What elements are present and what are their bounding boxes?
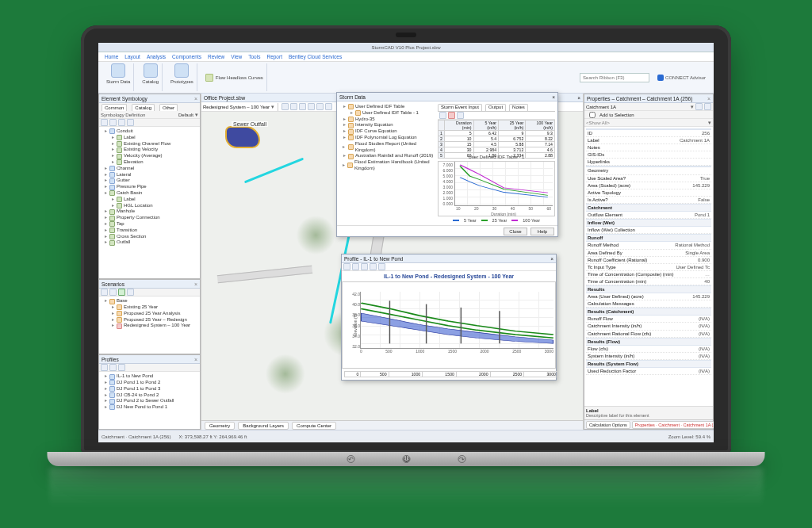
tree-item[interactable]: ▸Redesigned System – 100 Year xyxy=(101,323,198,329)
property-group[interactable]: Runoff xyxy=(586,234,711,242)
toolbar-icon[interactable] xyxy=(352,263,359,270)
tab-components[interactable]: Components xyxy=(172,54,201,59)
toolbar-icon[interactable] xyxy=(127,119,134,126)
property-row[interactable]: Used Reduction Factor(N/A) xyxy=(586,368,711,375)
property-row[interactable]: LabelCatchment 1A xyxy=(586,137,711,144)
tree-item[interactable]: ▸Label xyxy=(101,197,198,203)
property-grid[interactable]: ID256LabelCatchment 1ANotesGIS-IDsHyperl… xyxy=(584,127,713,406)
tree-item[interactable]: ▸Transition xyxy=(101,228,198,234)
close-button[interactable]: Close xyxy=(504,228,527,235)
close-icon[interactable]: × xyxy=(194,96,197,101)
prev-icon[interactable] xyxy=(695,103,703,110)
toolbar-icon[interactable] xyxy=(127,289,134,296)
tree-item[interactable]: ▸Intensity Equation xyxy=(339,122,435,128)
storm-tree[interactable]: ▸User Defined IDF Table ▸User Defined ID… xyxy=(339,104,435,151)
dialog-profile[interactable]: Profile - IL-1 to New Pond × IL-1 to New… xyxy=(341,254,557,381)
prop-tab-props[interactable]: Properties · Catchment · Catchment 1A (2… xyxy=(632,421,714,429)
show-all-dropdown[interactable]: <Show All> xyxy=(586,121,610,125)
property-row[interactable]: Catchment Intensity (in/h)(N/A) xyxy=(586,323,711,330)
sym-tab-catalog[interactable]: Catalog xyxy=(132,104,155,111)
tree-item[interactable]: ▸Flood Estimation Handbook (United Kingd… xyxy=(339,159,435,172)
property-row[interactable]: Notes xyxy=(586,144,711,151)
tab-home[interactable]: Home xyxy=(105,54,118,59)
storm-tab-input[interactable]: Storm Event Input xyxy=(438,104,482,111)
layers-icon[interactable] xyxy=(316,103,324,110)
toolbar-icon[interactable] xyxy=(101,119,108,126)
property-row[interactable]: System Intensity (in/h)(N/A) xyxy=(586,353,711,360)
tree-item[interactable]: ▸Existing Channel Flow xyxy=(101,141,198,147)
catalog-icon[interactable] xyxy=(144,63,158,78)
tree-item[interactable]: ▸Australian Rainfall and Runoff (2019) xyxy=(339,153,435,159)
tree-item[interactable]: ▸Proposed 25 Year – Redesign xyxy=(101,317,198,323)
fit-icon[interactable] xyxy=(308,103,315,110)
property-row[interactable]: Flow (cfs)(N/A) xyxy=(586,346,711,353)
prototypes-icon[interactable] xyxy=(174,63,189,78)
tab-tools[interactable]: Tools xyxy=(248,54,260,59)
tree-item[interactable]: ▸HGL Location xyxy=(101,203,198,209)
tree-item[interactable]: ▸DJ New Pond to Pond 1 xyxy=(101,404,198,411)
symbology-tree[interactable]: ▸Conduit ▸Label ▸Existing Channel Flow ▸… xyxy=(99,127,200,278)
property-row[interactable]: Area (Scaled) (acre)145.229 xyxy=(586,182,711,189)
property-row[interactable]: Time of Concentration (Composite) (min)… xyxy=(586,271,711,278)
storm-tab-output[interactable]: Output xyxy=(485,104,506,111)
property-group[interactable]: Results (Catchment) xyxy=(586,308,711,316)
tree-item[interactable]: ▸Manhole xyxy=(101,209,198,215)
tree-item[interactable]: ▸IDF Curve Equation xyxy=(339,128,435,135)
close-icon[interactable]: × xyxy=(552,94,555,100)
toolbar-icon[interactable] xyxy=(101,289,108,296)
tree-item[interactable]: ▸DJ Pond 1 to Pond 3 xyxy=(101,386,198,392)
toolbar-icon[interactable] xyxy=(118,119,125,126)
property-row[interactable]: GIS-IDs xyxy=(586,151,711,159)
tree-item[interactable]: ▸Hydro-35 xyxy=(339,117,435,123)
tree-item[interactable]: ▸Existing 25 Year xyxy=(101,304,198,311)
add-to-selection-checkbox[interactable] xyxy=(589,112,596,118)
toolbar-icon[interactable] xyxy=(457,112,464,119)
tree-item[interactable]: ▸Elevation xyxy=(101,159,198,166)
sym-tab-other[interactable]: Other xyxy=(159,104,178,111)
scenarios-tree[interactable]: ▸Base ▸Existing 25 Year ▸Proposed 25 Yea… xyxy=(99,297,200,354)
prop-tab-calc[interactable]: Calculation Options xyxy=(586,421,630,429)
property-row[interactable]: Catchment Rational Flow (cfs)(N/A) xyxy=(586,331,711,338)
tree-item[interactable]: ▸Cross Section xyxy=(101,234,198,240)
delete-icon[interactable] xyxy=(448,112,455,119)
property-row[interactable]: Hyperlinks xyxy=(586,159,711,166)
refresh-icon[interactable] xyxy=(325,103,332,110)
tree-item[interactable]: ▸Proposed 25 Year Analysis xyxy=(101,311,198,317)
tab-view[interactable]: View xyxy=(231,54,242,59)
tree-item[interactable]: ▸Existing Velocity xyxy=(101,147,198,153)
close-icon[interactable]: × xyxy=(707,96,710,101)
tree-item[interactable]: ▸Flood Studies Report (United Kingdom) xyxy=(339,141,435,154)
connect-advisor[interactable]: CONNECT Advisor xyxy=(657,75,706,81)
tab-review[interactable]: Review xyxy=(208,54,224,59)
storm-grid[interactable]: Duration (min)5 Year (in/h)25 Year (in/h… xyxy=(438,120,555,159)
tree-item[interactable]: ▸DJ Pond 1 to Pond 2 xyxy=(101,380,198,386)
property-group[interactable]: Catchment xyxy=(586,204,711,212)
cloud-icon[interactable] xyxy=(111,63,125,78)
tree-item[interactable]: ▸DJ Pond 2 to Sewer Outfall xyxy=(101,398,198,404)
toolbar-icon[interactable] xyxy=(343,263,350,270)
tree-item[interactable]: ▸Tap xyxy=(101,221,198,228)
tree-item[interactable]: ▸Gutter xyxy=(101,178,198,184)
tree-item[interactable]: ▸IDF Polynomial Log Equation xyxy=(339,135,435,141)
next-icon[interactable] xyxy=(704,103,711,110)
map-feature-pond[interactable] xyxy=(225,126,260,148)
property-group[interactable]: Results (System Flow) xyxy=(586,360,711,368)
property-row[interactable]: Use Scaled Area?True xyxy=(586,175,711,182)
property-row[interactable]: Area Defined BySingle Area xyxy=(586,250,711,257)
map-tab-geometry[interactable]: Geometry xyxy=(205,422,235,430)
toolbar-icon[interactable] xyxy=(109,119,117,126)
toolbar-icon[interactable] xyxy=(361,263,368,270)
tree-item[interactable]: ▸Catch Basin xyxy=(101,190,198,197)
toolbar-icon[interactable] xyxy=(109,289,117,296)
tree-item[interactable]: ▸Lateral xyxy=(101,172,198,178)
tree-item[interactable]: ▸User Defined IDF Table xyxy=(339,104,435,110)
property-row[interactable]: Time of Concentration (min)40 xyxy=(586,278,711,285)
storm-tab-notes[interactable]: Notes xyxy=(509,104,528,111)
close-icon[interactable]: × xyxy=(577,95,580,101)
close-icon[interactable]: × xyxy=(550,256,553,262)
toolbar-icon[interactable] xyxy=(370,263,377,270)
tab-bentley[interactable]: Bentley Cloud Services xyxy=(289,54,342,59)
compute-icon[interactable] xyxy=(118,289,125,296)
tab-analysis[interactable]: Analysis xyxy=(147,54,166,59)
property-row[interactable]: ID256 xyxy=(586,130,711,137)
